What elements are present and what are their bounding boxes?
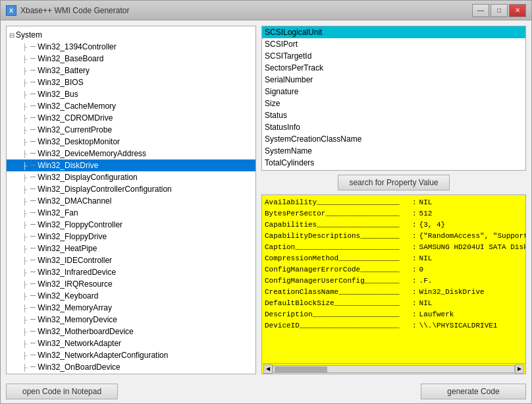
tree-item-label: Win32_InfraredDevice	[38, 268, 116, 277]
property-item-serialnumber[interactable]: SerialNumber	[262, 74, 525, 86]
tree-item-win32-idecontroller[interactable]: ├ Win32_IDEController	[7, 254, 255, 266]
property-item-scsilogicalunit[interactable]: SCSILogicalUnit	[262, 26, 525, 38]
value-row: Description____________________:Laufwerk	[265, 308, 523, 320]
maximize-button[interactable]: □	[491, 4, 508, 17]
value-separator: :	[412, 232, 417, 240]
value-value: SAMSUNG HD204UI SATA Disk	[419, 243, 525, 251]
property-item-scsiport[interactable]: SCSIPort	[262, 38, 525, 50]
tree-item-win32-networkadapter[interactable]: ├ Win32_NetworkAdapter	[7, 337, 255, 349]
value-key: Capabilities___________________	[265, 221, 410, 229]
search-property-value-button[interactable]: search for Property Value	[338, 175, 449, 190]
tree-item-label: Win32_DMAChannel	[38, 196, 111, 206]
tree-item-win32-irqresource[interactable]: ├ Win32_IRQResource	[7, 278, 255, 290]
property-item-size[interactable]: Size	[262, 98, 525, 109]
tree-item-win32-displayconfiguration[interactable]: ├ Win32_DisplayConfiguration	[7, 171, 255, 183]
value-value: Win32_DiskDrive	[419, 288, 485, 296]
tree-item-win32-diskdrive[interactable]: ├ Win32_DiskDrive	[7, 159, 255, 171]
value-value: 512	[419, 210, 433, 217]
open-notepad-button[interactable]: open Code in Notepad	[6, 384, 118, 399]
value-row: DefaultBlockSize_______________:NIL	[265, 297, 523, 308]
minimize-button[interactable]: —	[472, 4, 489, 17]
value-key: Caption________________________	[265, 243, 410, 251]
property-item-sectorspertrack[interactable]: SectorsPerTrack	[262, 62, 525, 74]
value-separator: :	[412, 277, 417, 285]
tree-item-win32-parallelport[interactable]: ├ Win32_ParallelPort	[7, 373, 255, 374]
bottom-bar: open Code in Notepad generate Code	[1, 380, 531, 403]
value-row: ConfigManagerErrorCode_________:0	[265, 264, 523, 275]
value-row: CapabilityDescriptions_________:{"Random…	[265, 230, 523, 241]
tree-item-win32-floppydrive[interactable]: ├ Win32_FloppyDrive	[7, 231, 255, 243]
tree-item-label: Win32_DiskDrive	[38, 161, 98, 170]
property-label: TotalHeads	[265, 170, 304, 171]
tree-item-label: Win32_BIOS	[38, 78, 83, 87]
horizontal-scrollbar[interactable]: ◀ ▶	[262, 363, 525, 374]
tree-item-label: Win32_MotherboardDevice	[38, 327, 133, 336]
h-scroll-thumb[interactable]	[275, 366, 327, 373]
generate-code-button[interactable]: generate Code	[421, 384, 526, 399]
value-row: Capabilities___________________:{3, 4}	[265, 219, 523, 230]
content-area: ⊟ System ├ Win32_1394Controller├ Win32_B…	[1, 20, 531, 380]
scroll-right-arrow[interactable]: ▶	[515, 364, 524, 374]
tree-item-win32-devicememoryaddress[interactable]: ├ Win32_DeviceMemoryAddress	[7, 148, 255, 159]
tree-item-win32-1394controller[interactable]: ├ Win32_1394Controller	[7, 41, 255, 53]
property-label: StatusInfo	[265, 123, 300, 132]
properties-list[interactable]: SCSILogicalUnitSCSIPortSCSITargetIdSecto…	[261, 26, 526, 171]
tree-item-win32-baseboard[interactable]: ├ Win32_BaseBoard	[7, 53, 255, 65]
tree-item-label: Win32_DeviceMemoryAddress	[38, 149, 146, 158]
tree-item-win32-battery[interactable]: ├ Win32_Battery	[7, 65, 255, 76]
tree-item-win32-networkadapterconfiguration[interactable]: ├ Win32_NetworkAdapterConfiguration	[7, 349, 255, 361]
tree-item-win32-memoryarray[interactable]: ├ Win32_MemoryArray	[7, 302, 255, 314]
tree-item-win32-desktopmonitor[interactable]: ├ Win32_DesktopMonitor	[7, 136, 255, 148]
property-item-totalheads[interactable]: TotalHeads	[262, 169, 525, 171]
property-item-scsitargetid[interactable]: SCSITargetId	[262, 50, 525, 62]
tree-item-win32-floppycontroller[interactable]: ├ Win32_FloppyController	[7, 219, 255, 231]
property-item-signature[interactable]: Signature	[262, 86, 525, 98]
tree-item-win32-bios[interactable]: ├ Win32_BIOS	[7, 76, 255, 88]
value-separator: :	[412, 310, 417, 318]
value-key: DefaultBlockSize_______________	[265, 299, 410, 307]
tree-item-win32-keyboard[interactable]: ├ Win32_Keyboard	[7, 290, 255, 302]
value-value: \\.\PHYSICALDRIVE1	[419, 322, 498, 330]
window-title: Xbase++ WMI Code Generator	[20, 6, 129, 15]
value-value: .F.	[419, 277, 433, 285]
value-separator: :	[412, 243, 417, 251]
tree-item-win32-cachememory[interactable]: ├ Win32_CacheMemory	[7, 100, 255, 112]
right-panel: SCSILogicalUnitSCSIPortSCSITargetIdSecto…	[261, 26, 526, 374]
tree-item-win32-cdromdrive[interactable]: ├ Win32_CDROMDrive	[7, 112, 255, 124]
title-bar: X Xbase++ WMI Code Generator — □ ✕	[1, 1, 531, 20]
property-label: SerialNumber	[265, 75, 313, 84]
search-button-area: search for Property Value	[261, 175, 526, 190]
tree-item-label: Win32_DisplayConfiguration	[38, 173, 137, 182]
property-item-systemcreationclassname[interactable]: SystemCreationClassName	[262, 133, 525, 145]
tree-view[interactable]: ⊟ System ├ Win32_1394Controller├ Win32_B…	[7, 26, 255, 374]
close-button[interactable]: ✕	[509, 4, 526, 17]
property-item-status[interactable]: Status	[262, 109, 525, 121]
property-item-totalcylinders[interactable]: TotalCylinders	[262, 157, 525, 169]
tree-item-win32-currentprobe[interactable]: ├ Win32_CurrentProbe	[7, 124, 255, 136]
property-item-systemname[interactable]: SystemName	[262, 145, 525, 157]
values-content[interactable]: Availability___________________:NILBytes…	[262, 195, 525, 363]
scroll-left-arrow[interactable]: ◀	[263, 364, 273, 374]
tree-item-win32-onboarddevice[interactable]: ├ Win32_OnBoardDevice	[7, 361, 255, 373]
value-row: CreationClassName______________:Win32_Di…	[265, 286, 523, 297]
tree-item-win32-heatpipe[interactable]: ├ Win32_HeatPipe	[7, 243, 255, 254]
value-separator: :	[412, 288, 417, 296]
property-label: Signature	[265, 87, 298, 96]
value-value: NIL	[419, 254, 433, 262]
tree-item-win32-memorydevice[interactable]: ├ Win32_MemoryDevice	[7, 314, 255, 326]
tree-item-win32-fan[interactable]: ├ Win32_Fan	[7, 207, 255, 219]
tree-item-win32-motherboarddevice[interactable]: ├ Win32_MotherboardDevice	[7, 326, 255, 337]
h-scroll-track[interactable]	[273, 365, 515, 373]
property-label: TotalCylinders	[265, 158, 314, 167]
tree-item-win32-dmachannel[interactable]: ├ Win32_DMAChannel	[7, 195, 255, 207]
tree-item-win32-displaycontrollerconfiguration[interactable]: ├ Win32_DisplayControllerConfiguration	[7, 183, 255, 195]
tree-item-win32-bus[interactable]: ├ Win32_Bus	[7, 88, 255, 100]
value-separator: :	[412, 266, 417, 274]
property-item-statusinfo[interactable]: StatusInfo	[262, 121, 525, 133]
tree-root-system[interactable]: ⊟ System	[7, 29, 255, 41]
tree-item-win32-infrareddevice[interactable]: ├ Win32_InfraredDevice	[7, 266, 255, 278]
value-key: ConfigManagerUserConfig________	[265, 277, 410, 285]
property-label: Size	[265, 99, 280, 108]
tree-item-label: Win32_FloppyDrive	[38, 232, 107, 241]
value-row: Availability___________________:NIL	[265, 196, 523, 208]
